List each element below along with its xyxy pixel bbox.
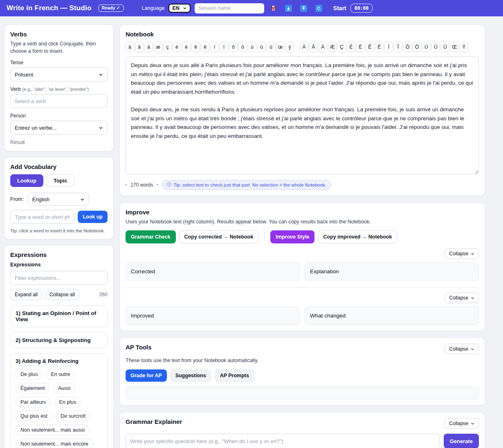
floppy-disk-icon <box>270 5 277 11</box>
from-language-value: English <box>32 196 50 203</box>
collapse-ap-tools-button[interactable]: Collapse <box>445 344 479 354</box>
expression-group-2[interactable]: 2) Structuring & Signposting <box>10 332 108 348</box>
person-select[interactable]: Entrez un verbe... <box>10 121 108 135</box>
accent-button[interactable]: ç <box>163 42 172 52</box>
accent-button[interactable]: Œ <box>450 42 459 52</box>
notebook-textarea[interactable]: Depuis deux ans je suis allé à Paris plu… <box>126 56 479 174</box>
expression-chip[interactable]: De plus <box>16 369 43 380</box>
look-up-button[interactable]: Look up <box>78 211 108 223</box>
collapse-grammar-explainer-button[interactable]: Collapse <box>445 418 479 429</box>
expression-chip[interactable]: Aussi <box>53 383 76 394</box>
from-language-select[interactable]: English <box>28 193 89 206</box>
tab-topic[interactable]: Topic <box>47 174 74 187</box>
accent-button[interactable]: ê <box>191 42 200 52</box>
vocabulary-search-input[interactable] <box>10 210 74 224</box>
suggestions-button[interactable]: Suggestions <box>170 369 211 382</box>
expression-chip[interactable]: Non seulement... mais aussi <box>16 425 90 435</box>
expression-chip[interactable]: Par ailleurs <box>16 397 51 407</box>
reset-button[interactable] <box>315 5 322 12</box>
accent-button[interactable]: ä <box>144 42 153 52</box>
collapse-all-button[interactable]: Collapse all <box>45 289 79 300</box>
ap-tools-description: These tools use the text from your Noteb… <box>126 357 479 364</box>
accent-button[interactable]: ï <box>210 42 219 52</box>
accent-button[interactable]: À <box>300 42 308 52</box>
expression-group-1[interactable]: 1) Stating an Opinion / Point of View <box>10 305 108 327</box>
accent-button[interactable]: Ù <box>422 42 431 52</box>
copy-improved-button[interactable]: Copy improved → Notebook <box>318 230 397 243</box>
tense-label: Tense <box>10 60 108 65</box>
accent-button[interactable]: ù <box>248 42 256 52</box>
expression-group-label[interactable]: 1) Stating an Opinion / Point of View <box>16 310 102 322</box>
collapse-corrected-button[interactable]: Collapse <box>445 248 479 259</box>
vocabulary-tip: Tip: click a word to insert it into the … <box>10 228 108 233</box>
expression-chip[interactable]: Également <box>16 383 50 394</box>
improve-style-button[interactable]: Improve Style <box>270 230 314 243</box>
start-button[interactable]: Start <box>333 5 346 11</box>
accent-button[interactable]: Ï <box>384 42 393 52</box>
expression-chip[interactable]: Qui plus est <box>16 411 52 421</box>
grammar-explainer-card: Grammar Explainer Collapse Generate ▶ <box>119 412 485 448</box>
notebook-tip-text: Tip: select text to check just that part… <box>173 182 326 187</box>
explanation-panel: Explanation <box>305 262 479 281</box>
accent-button[interactable]: É <box>347 42 355 52</box>
download-button[interactable] <box>285 5 292 12</box>
accent-button[interactable]: È <box>356 42 365 52</box>
accent-button[interactable]: Ë <box>375 42 384 52</box>
accent-button[interactable]: Ö <box>413 42 421 52</box>
accent-button[interactable]: Î <box>394 42 402 52</box>
expression-chip[interactable]: Non seulement... mais encore <box>16 439 93 448</box>
filter-expressions-input[interactable] <box>10 271 108 285</box>
accent-button[interactable]: à <box>126 42 134 52</box>
accent-button[interactable]: û <box>257 42 266 52</box>
tab-lookup[interactable]: Lookup <box>10 174 43 187</box>
section-divider <box>126 287 479 288</box>
accent-button[interactable]: ÿ <box>285 42 294 52</box>
refresh-icon <box>315 5 322 12</box>
expression-group-3: 3) Adding & Reinforcing De plusEn outreÉ… <box>10 353 108 448</box>
accent-button[interactable]: ü <box>267 42 275 52</box>
accent-button[interactable]: ë <box>201 42 209 52</box>
accent-button[interactable]: æ <box>154 42 162 52</box>
chevron-down-icon <box>99 72 103 77</box>
accent-button[interactable]: Â <box>309 42 318 52</box>
copy-corrected-button[interactable]: Copy corrected → Notebook <box>179 230 259 243</box>
accent-button[interactable]: Ç <box>337 42 346 52</box>
language-select[interactable]: EN <box>168 4 190 13</box>
session-name-input[interactable] <box>195 3 264 14</box>
accent-button[interactable]: Ô <box>403 42 412 52</box>
expand-all-button[interactable]: Expand all <box>10 289 42 300</box>
session-timer: 00:00 <box>350 4 373 13</box>
tense-select[interactable]: Présent <box>10 68 108 81</box>
verb-label: Verb <box>10 86 21 92</box>
accent-button[interactable]: Û <box>431 42 440 52</box>
accent-button[interactable]: ô <box>229 42 238 52</box>
language-select-value: EN <box>172 5 179 11</box>
accent-button[interactable]: î <box>220 42 228 52</box>
ap-prompts-button[interactable]: AP Prompts <box>215 369 254 382</box>
generate-button[interactable]: Generate <box>444 434 479 448</box>
language-label: Language <box>142 5 165 11</box>
expression-chip[interactable]: En outre <box>46 369 75 380</box>
expression-group-label[interactable]: 2) Structuring & Signposting <box>16 337 102 343</box>
save-button[interactable] <box>270 5 277 11</box>
accent-button[interactable]: œ <box>276 42 285 52</box>
verb-input[interactable] <box>10 94 108 108</box>
accent-button[interactable]: Æ <box>328 42 337 52</box>
accent-button[interactable]: Ê <box>366 42 374 52</box>
accent-button[interactable]: Ÿ <box>460 42 468 52</box>
header-controls: Language EN <box>142 3 373 14</box>
grade-for-ap-button[interactable]: Grade for AP <box>126 369 167 382</box>
accent-button[interactable]: è <box>182 42 191 52</box>
grammar-question-input[interactable] <box>126 434 440 448</box>
upload-button[interactable] <box>300 5 307 12</box>
grammar-check-button[interactable]: Grammar Check <box>126 230 176 243</box>
expression-group-label[interactable]: 3) Adding & Reinforcing <box>16 358 102 364</box>
accent-button[interactable]: ö <box>238 42 247 52</box>
accent-button[interactable]: â <box>135 42 144 52</box>
accent-button[interactable]: é <box>173 42 181 52</box>
accent-button[interactable]: Ü <box>441 42 449 52</box>
collapse-improved-button[interactable]: Collapse <box>445 293 479 303</box>
expression-chip[interactable]: En plus <box>54 397 81 407</box>
expression-chip[interactable]: De surcroît <box>56 411 90 421</box>
accent-button[interactable]: Ä <box>319 42 327 52</box>
